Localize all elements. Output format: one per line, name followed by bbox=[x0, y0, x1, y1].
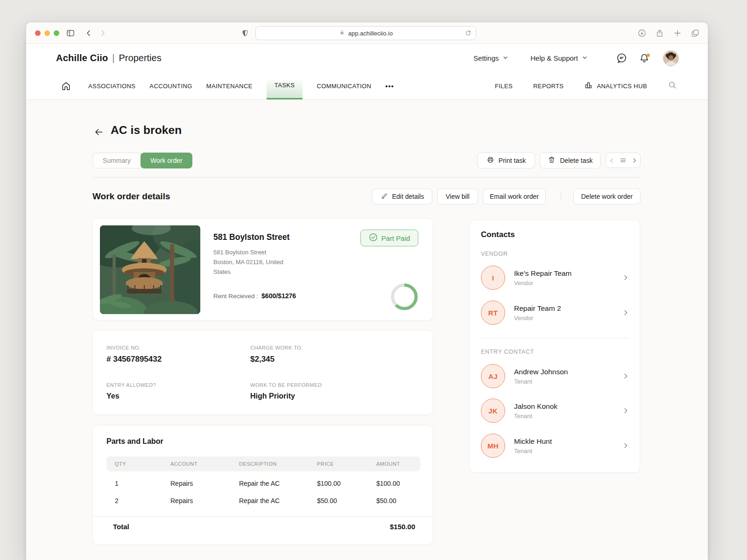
table-row: 1 Repairs Repair the AC $100.00 $100.00 bbox=[106, 479, 420, 488]
chevron-down-icon bbox=[502, 54, 509, 63]
analytics-hub-label: ANALYTICS HUB bbox=[597, 83, 647, 90]
contact-info: Andrew Johnson Tenant bbox=[514, 368, 568, 385]
contact-role: Tenant bbox=[514, 448, 552, 455]
minimize-window-button[interactable] bbox=[44, 30, 50, 36]
edit-details-label: Edit details bbox=[392, 193, 424, 200]
contact-row-mickle-hunt[interactable]: MH Mickle Hunt Tenant bbox=[481, 434, 629, 458]
messages-icon[interactable] bbox=[615, 52, 627, 64]
total-label: Total bbox=[113, 523, 129, 531]
chevron-right-icon bbox=[622, 442, 629, 449]
contacts-title: Contacts bbox=[481, 230, 515, 239]
browser-forward-icon[interactable] bbox=[98, 28, 108, 38]
new-tab-icon[interactable] bbox=[672, 28, 683, 38]
help-support-label: Help & Support bbox=[530, 54, 578, 62]
rent-received-row: Rent Recieved : $600/$1276 bbox=[213, 292, 296, 300]
rent-progress-ring bbox=[390, 282, 419, 311]
user-avatar[interactable] bbox=[663, 50, 679, 66]
nav-item-maintenance[interactable]: MAINTENANCE bbox=[206, 72, 253, 99]
cell-qty: 1 bbox=[115, 480, 170, 487]
avatar: MH bbox=[481, 434, 505, 458]
brand-name: Achille Ciio bbox=[56, 53, 108, 63]
work-order-details-title: Work order details bbox=[92, 191, 170, 202]
email-work-order-button[interactable]: Email work order bbox=[483, 189, 546, 204]
nav-item-accounting[interactable]: ACCOUNTING bbox=[149, 72, 192, 99]
col-qty: QTY bbox=[115, 461, 170, 467]
contact-role: Tenant bbox=[514, 378, 568, 385]
delete-work-order-button[interactable]: Delete work order bbox=[573, 189, 641, 204]
contact-role: Vendor bbox=[514, 315, 561, 322]
page-title: AC is broken bbox=[111, 124, 182, 137]
avatar: I bbox=[481, 266, 505, 290]
contact-name: Ike's Repair Team bbox=[514, 269, 571, 278]
nav-item-reports[interactable]: REPORTS bbox=[533, 83, 564, 90]
cell-price: $100.00 bbox=[317, 480, 376, 487]
contact-row-jalson-konok[interactable]: JK Jalson Konok Tenant bbox=[481, 399, 629, 423]
col-account: ACCOUNT bbox=[170, 461, 239, 467]
chevron-right-icon bbox=[622, 274, 629, 281]
contact-row-repair-team-2[interactable]: RT Repair Team 2 Vendor bbox=[481, 301, 629, 325]
notifications-bell-icon[interactable] bbox=[639, 52, 651, 64]
contact-row-andrew-johnson[interactable]: AJ Andrew Johnson Tenant bbox=[481, 364, 629, 388]
search-icon[interactable] bbox=[668, 80, 677, 91]
parts-and-labor-card: Parts and Labor QTY ACCOUNT DESCRIPTION … bbox=[92, 425, 433, 545]
privacy-shield-icon[interactable] bbox=[240, 28, 250, 38]
cell-amount: $50.00 bbox=[376, 497, 420, 504]
cell-amount: $100.00 bbox=[376, 480, 420, 487]
pager-previous-icon[interactable] bbox=[608, 157, 615, 164]
share-icon[interactable] bbox=[655, 28, 665, 38]
parts-and-labor-title: Parts and Labor bbox=[106, 437, 163, 446]
trash-icon bbox=[548, 156, 556, 165]
tab-summary[interactable]: Summary bbox=[92, 153, 141, 168]
entry-contact-section-label: ENTRY CONTACT bbox=[481, 349, 534, 355]
address-line-2: Boston, MA 02116, United States bbox=[213, 257, 288, 277]
invoice-details-card: INVOICE NO. # 34567895432 CHARGE WORK TO… bbox=[92, 330, 433, 415]
reload-icon[interactable] bbox=[465, 29, 472, 38]
section-divider bbox=[92, 177, 641, 178]
help-support-menu[interactable]: Help & Support bbox=[530, 54, 588, 63]
contact-row-ikes-repair-team[interactable]: I Ike's Repair Team Vendor bbox=[481, 266, 629, 290]
back-arrow-icon[interactable] bbox=[93, 126, 105, 138]
nav-item-analytics-hub[interactable]: ANALYTICS HUB bbox=[584, 81, 647, 91]
tab-overview-icon[interactable] bbox=[690, 28, 700, 38]
check-circle-icon bbox=[369, 233, 378, 243]
view-bill-button[interactable]: View bill bbox=[437, 189, 478, 204]
table-row: 2 Repairs Repair the AC $50.00 $50.00 bbox=[106, 496, 420, 505]
invoice-number-label: INVOICE NO. bbox=[106, 345, 162, 350]
nav-item-associations[interactable]: ASSOCIATIONS bbox=[88, 72, 135, 99]
edit-details-button[interactable]: Edit details bbox=[372, 189, 432, 204]
downloads-icon[interactable] bbox=[637, 28, 647, 38]
url-bar[interactable]: app.achilleciio.io bbox=[255, 26, 476, 40]
home-icon[interactable] bbox=[61, 81, 71, 91]
browser-back-icon[interactable] bbox=[84, 28, 94, 38]
window-controls bbox=[35, 30, 59, 36]
nav-item-communication[interactable]: COMMUNICATION bbox=[317, 72, 371, 99]
sidebar-toggle-icon[interactable] bbox=[65, 28, 76, 38]
invoice-number-value: # 34567895432 bbox=[106, 355, 162, 364]
contact-info: Ike's Repair Team Vendor bbox=[514, 269, 571, 287]
app-header: Achille Ciio | Properties Settings Help … bbox=[26, 44, 708, 72]
contacts-card: Contacts VENDOR I Ike's Repair Team Vend… bbox=[469, 220, 640, 473]
delete-task-label: Delete task bbox=[560, 157, 592, 164]
chevron-right-icon bbox=[622, 309, 629, 316]
cell-qty: 2 bbox=[115, 497, 170, 504]
contact-name: Jalson Konok bbox=[514, 402, 557, 411]
nav-item-files[interactable]: FILES bbox=[495, 83, 513, 90]
contact-name: Repair Team 2 bbox=[514, 304, 561, 313]
col-amount: AMOUNT bbox=[376, 461, 420, 467]
nav-more-ellipsis[interactable]: ••• bbox=[385, 72, 394, 99]
settings-menu[interactable]: Settings bbox=[473, 54, 509, 63]
bar-chart-icon bbox=[584, 81, 593, 91]
tab-work-order[interactable]: Work order bbox=[141, 153, 192, 168]
pager-next-icon[interactable] bbox=[631, 157, 638, 164]
nav-item-tasks[interactable]: TASKS bbox=[267, 72, 303, 99]
maximize-window-button[interactable] bbox=[54, 30, 59, 36]
contact-name: Andrew Johnson bbox=[514, 368, 568, 376]
print-task-button[interactable]: Print task bbox=[477, 152, 535, 168]
total-value: $150.00 bbox=[390, 523, 415, 531]
cell-account: Repairs bbox=[170, 480, 239, 487]
delete-task-button[interactable]: Delete task bbox=[540, 152, 601, 168]
chevron-down-icon bbox=[581, 54, 588, 63]
close-window-button[interactable] bbox=[35, 30, 41, 36]
pager-list-icon[interactable] bbox=[620, 157, 627, 164]
contact-info: Mickle Hunt Tenant bbox=[514, 437, 552, 455]
